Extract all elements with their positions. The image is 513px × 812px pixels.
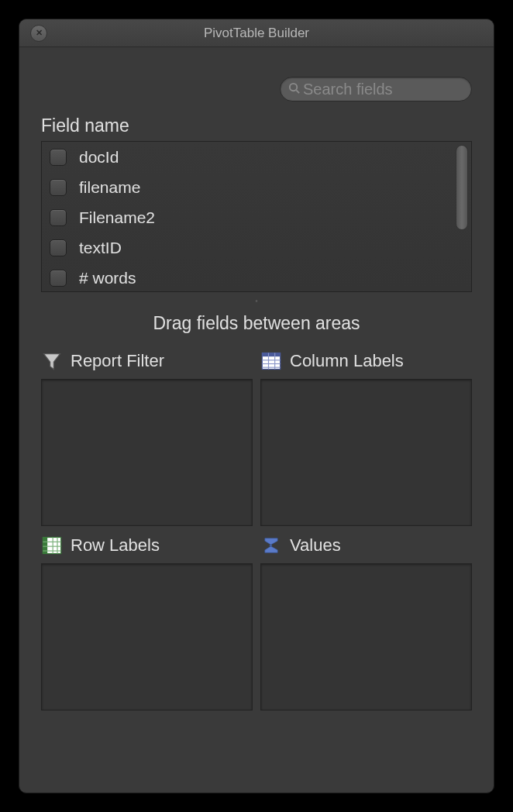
svg-line-1	[296, 90, 299, 93]
row-labels-area: Row Labels	[41, 534, 253, 710]
sigma-icon	[260, 535, 282, 556]
field-label: textID	[79, 239, 122, 257]
area-header: Row Labels	[41, 534, 253, 557]
field-label: Filename2	[79, 208, 155, 227]
values-dropzone[interactable]	[260, 563, 472, 710]
close-button[interactable]	[30, 25, 47, 42]
area-header: Values	[260, 534, 472, 557]
field-checkbox[interactable]	[50, 270, 67, 287]
svg-point-0	[290, 83, 297, 90]
svg-rect-3	[262, 353, 280, 357]
drag-instruction: Drag fields between areas	[41, 313, 472, 334]
funnel-icon	[41, 350, 63, 372]
report-filter-area: Report Filter	[41, 349, 253, 526]
field-checkbox[interactable]	[50, 179, 67, 196]
field-name-header: Field name	[41, 115, 472, 136]
field-row[interactable]: # words	[42, 263, 471, 292]
field-checkbox[interactable]	[50, 149, 67, 166]
field-row[interactable]: filename	[42, 172, 471, 202]
resize-handle-icon[interactable]	[41, 297, 472, 305]
areas-grid: Report Filter	[41, 349, 472, 710]
values-area: Values	[260, 534, 472, 710]
area-header: Report Filter	[41, 349, 253, 373]
field-checkbox[interactable]	[50, 209, 67, 226]
search-input[interactable]	[303, 81, 494, 98]
row-labels-dropzone[interactable]	[41, 563, 253, 710]
area-label: Values	[290, 535, 341, 556]
column-labels-area: Column Labels	[260, 349, 472, 526]
area-label: Column Labels	[290, 351, 404, 371]
area-header: Column Labels	[260, 349, 472, 373]
titlebar[interactable]: PivotTable Builder	[19, 19, 494, 47]
field-label: # words	[79, 269, 136, 287]
columns-icon	[260, 350, 282, 372]
content-area: Field name docId filename Filename2 text…	[19, 47, 494, 724]
pivottable-builder-window: PivotTable Builder Field name docId	[19, 19, 494, 793]
field-row[interactable]: docId	[42, 142, 471, 172]
field-label: filename	[79, 178, 140, 197]
field-checkbox[interactable]	[50, 239, 67, 256]
search-box[interactable]	[280, 77, 472, 102]
search-row	[41, 77, 472, 102]
search-icon	[288, 82, 300, 97]
field-list[interactable]: docId filename Filename2 textID # words	[41, 141, 472, 292]
area-label: Report Filter	[71, 351, 164, 371]
scrollbar-thumb[interactable]	[456, 145, 468, 230]
field-row[interactable]: Filename2	[42, 202, 471, 232]
area-label: Row Labels	[71, 535, 160, 556]
column-labels-dropzone[interactable]	[260, 379, 472, 526]
field-row[interactable]: textID	[42, 232, 471, 263]
window-title: PivotTable Builder	[19, 26, 494, 41]
report-filter-dropzone[interactable]	[41, 379, 253, 526]
field-label: docId	[79, 148, 119, 167]
rows-icon	[41, 535, 63, 556]
